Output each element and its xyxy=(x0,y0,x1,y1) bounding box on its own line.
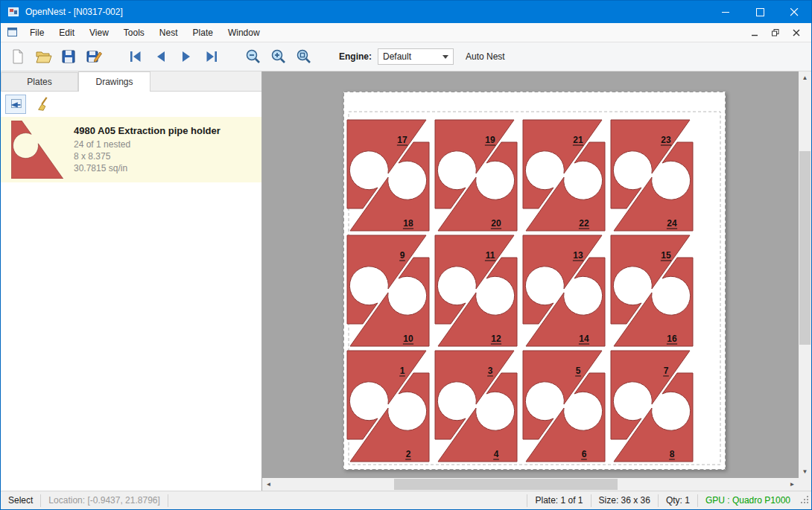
minimize-button[interactable] xyxy=(708,1,743,23)
resize-grip-icon xyxy=(799,494,809,504)
menu-item-file[interactable]: File xyxy=(22,23,51,42)
menu-item-plate[interactable]: Plate xyxy=(185,23,221,42)
zoom-out-icon xyxy=(244,48,262,66)
menu-item-tools[interactable]: Tools xyxy=(116,23,152,42)
scroll-left-button[interactable]: ◄ xyxy=(262,478,275,491)
part-number: 20 xyxy=(491,218,501,229)
part-number: 23 xyxy=(661,135,671,145)
part-number: 9 xyxy=(400,250,405,261)
open-button[interactable] xyxy=(31,45,56,68)
sidebar-filler xyxy=(1,182,261,491)
status-size: Size: 36 x 36 xyxy=(591,494,658,507)
scroll-up-button[interactable]: ▲ xyxy=(799,71,811,84)
nav-prev-button[interactable] xyxy=(148,45,174,68)
tab-drawings[interactable]: Drawings xyxy=(78,71,150,92)
nav-last-button[interactable] xyxy=(199,45,224,68)
new-button[interactable] xyxy=(5,45,31,68)
menu-item-edit[interactable]: Edit xyxy=(51,23,82,42)
save-floppy-icon xyxy=(60,48,77,66)
v-scroll-track[interactable] xyxy=(799,84,811,465)
zoom-fit-icon xyxy=(295,48,313,66)
drawing-item-dimensions: 8 x 8.375 xyxy=(74,150,221,162)
app-window: OpenNest - [N0317-002] File Edit View To… xyxy=(0,0,812,510)
window-title: OpenNest - [N0317-002] xyxy=(25,7,123,17)
v-scroll-thumb[interactable] xyxy=(799,151,811,345)
status-qty: Qty: 1 xyxy=(658,494,697,507)
zoom-out-button[interactable] xyxy=(241,45,266,68)
part-number: 10 xyxy=(403,334,413,344)
part-number: 3 xyxy=(488,366,493,376)
v-scrollbar[interactable]: ▲ ▼ xyxy=(799,71,811,478)
nest-canvas[interactable]: 171819202122232491011121314151612345678 … xyxy=(262,71,811,491)
engine-select[interactable]: Default xyxy=(378,48,454,65)
zoom-fit-button[interactable] xyxy=(291,45,317,68)
part-number: 4 xyxy=(494,449,499,459)
part-number: 22 xyxy=(579,218,589,229)
mdi-restore-button[interactable] xyxy=(767,25,784,40)
menu-item-window[interactable]: Window xyxy=(221,23,267,42)
resize-grip[interactable] xyxy=(798,494,811,506)
maximize-button[interactable] xyxy=(743,1,777,23)
part-number: 1 xyxy=(400,366,405,376)
status-location: Location: [-0.9437, 21.8796] xyxy=(41,494,168,507)
save-edit-button[interactable] xyxy=(81,45,107,68)
opennest-app-icon xyxy=(7,6,19,18)
titlebar: OpenNest - [N0317-002] xyxy=(1,1,811,23)
nav-last-icon xyxy=(203,48,221,66)
zoom-in-button[interactable] xyxy=(266,45,291,68)
scroll-right-button[interactable]: ► xyxy=(786,478,799,491)
menu-item-nest[interactable]: Nest xyxy=(152,23,185,42)
part-number: 17 xyxy=(397,135,407,145)
part-thumbnail xyxy=(1,121,74,179)
drawing-item-nested: 24 of 1 nested xyxy=(74,138,221,150)
mdi-restore-icon xyxy=(772,29,779,36)
menubar: File Edit View Tools Nest Plate Window xyxy=(1,23,811,42)
h-scroll-track[interactable] xyxy=(275,478,786,491)
part-number: 8 xyxy=(670,449,675,459)
engine-value: Default xyxy=(383,51,411,62)
part-number: 19 xyxy=(485,135,495,145)
close-icon xyxy=(790,8,799,16)
sidebar-tabs: Plates Drawings xyxy=(1,71,261,92)
nav-prev-icon xyxy=(152,48,170,66)
mdi-minimize-icon xyxy=(751,29,758,36)
return-part-button[interactable] xyxy=(5,95,26,114)
scroll-down-button[interactable]: ▼ xyxy=(799,465,811,478)
part-number: 18 xyxy=(403,218,413,229)
status-plate: Plate: 1 of 1 xyxy=(527,494,590,507)
part-number: 13 xyxy=(573,250,583,261)
close-button[interactable] xyxy=(777,1,811,23)
part-number: 2 xyxy=(406,449,411,459)
mdi-minimize-button[interactable] xyxy=(746,25,764,40)
save-button[interactable] xyxy=(56,45,81,68)
statusbar: Select Location: [-0.9437, 21.8796] Plat… xyxy=(1,491,811,509)
nav-next-icon xyxy=(177,48,195,66)
new-document-icon xyxy=(9,48,27,66)
tab-plates[interactable]: Plates xyxy=(1,72,78,91)
clear-button[interactable] xyxy=(34,95,54,114)
part-number: 14 xyxy=(579,334,589,344)
drawing-list-item[interactable]: 4980 A05 Extraction pipe holder 24 of 1 … xyxy=(1,117,261,182)
drawings-toolbar xyxy=(1,92,261,117)
auto-nest-button[interactable]: Auto Nest xyxy=(466,51,505,62)
mdi-close-button[interactable] xyxy=(787,25,805,40)
sidebar: Plates Drawings xyxy=(1,71,262,491)
h-scrollbar[interactable]: ◄ ► xyxy=(262,478,799,491)
h-scroll-thumb[interactable] xyxy=(394,479,618,490)
zoom-in-icon xyxy=(270,48,288,66)
menu-item-view[interactable]: View xyxy=(82,23,116,42)
nav-next-button[interactable] xyxy=(174,45,199,68)
save-edit-icon xyxy=(85,48,103,66)
combo-arrow-icon xyxy=(443,55,448,59)
part-number: 24 xyxy=(667,218,677,229)
mdi-document-icon[interactable] xyxy=(7,27,18,38)
part-thumbnail-shape xyxy=(11,121,63,179)
nav-first-button[interactable] xyxy=(123,45,148,68)
plate-svg: 171819202122232491011121314151612345678 xyxy=(343,92,726,470)
main-toolbar: Engine: Default Auto Nest xyxy=(1,42,811,71)
app-icon[interactable] xyxy=(7,6,19,18)
part-number: 5 xyxy=(576,366,581,376)
minimize-icon xyxy=(722,8,730,16)
drawing-item-area: 30.7815 sq/in xyxy=(74,162,221,174)
drawing-item-text: 4980 A05 Extraction pipe holder 24 of 1 … xyxy=(74,125,221,174)
